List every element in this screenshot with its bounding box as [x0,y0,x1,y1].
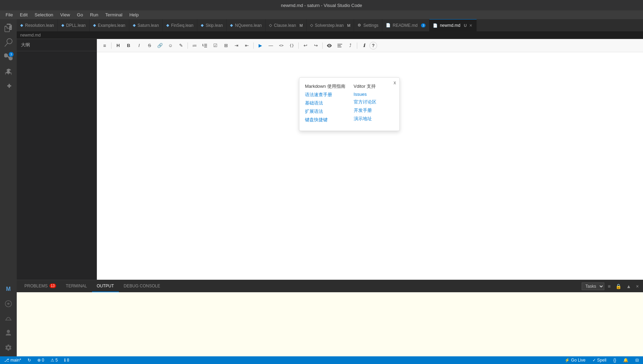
terminal-filter-btn[interactable]: ≡ [606,283,612,290]
menu-terminal[interactable]: Terminal [102,11,125,18]
svg-rect-7 [337,44,342,45]
terminal-close-btn[interactable]: × [635,283,640,290]
terminal-maximize-btn[interactable]: ▲ [625,283,633,290]
menu-go[interactable]: Go [74,11,86,18]
sep6 [357,42,357,49]
vditor-toolbar: ≡ H B I S 🔗 ☺ ✎ ≔ ☑ ⊞ ⇥ [97,39,643,52]
activity-lean[interactable]: M [2,283,14,295]
toolbar-strikethrough[interactable]: S [145,41,154,50]
help-link-forum[interactable]: 官方讨论区 [354,99,394,105]
sep2 [187,42,188,49]
tab-readme-md[interactable]: 📄 README.md 3 [382,19,429,31]
toolbar-export[interactable]: ⤴ [345,41,355,50]
status-info[interactable]: ℹ 8 [63,358,71,363]
tab-close-newmd[interactable]: × [469,23,473,28]
help-popup: x Markdown 使用指南 语法速查手册 基础语法 扩展语法 键盘快捷键 V… [299,77,400,131]
toolbar-inline-code[interactable]: <> [276,41,286,50]
toolbar-edit[interactable]: ✎ [176,41,186,50]
tab-dpll-lean[interactable]: ◆ DPLL.lean [58,19,90,31]
menu-view[interactable]: View [58,11,73,18]
tab-clause-lean[interactable]: ◇ Clause.lean M [266,19,307,31]
term-tab-terminal[interactable]: TERMINAL [61,280,92,292]
activity-account[interactable] [2,327,14,339]
svg-point-6 [329,45,330,46]
help-link-dev-manual[interactable]: 开发手册 [354,107,394,114]
help-link-shortcuts[interactable]: 键盘快捷键 [305,117,345,123]
activity-bar: 3 M [0,19,17,356]
toolbar-heading[interactable]: H [113,41,123,50]
sep4 [298,42,299,49]
status-warnings[interactable]: ⚠ 5 [49,358,59,363]
menu-file[interactable]: File [3,11,16,18]
tab-examples-lean[interactable]: ◆ Examples.lean [90,19,129,31]
help-link-basic-syntax[interactable]: 基础语法 [305,100,345,106]
toolbar-align[interactable]: ≡ [100,41,109,50]
term-tab-output[interactable]: OUTPUT [92,280,119,292]
activity-source-control[interactable]: 3 [2,51,14,63]
terminal-tabs: PROBLEMS 13 TERMINAL OUTPUT DEBUG CONSOL… [17,280,643,292]
toolbar-code-block[interactable]: {} [287,41,297,50]
tab-finseq-lean[interactable]: ◆ FinSeq.lean [163,19,197,31]
toolbar-bold[interactable]: B [124,41,133,50]
toolbar-ol[interactable] [200,41,210,50]
toolbar-ul[interactable]: ≔ [190,41,199,50]
tabs-bar: ◆ Resolution.lean ◆ DPLL.lean ◆ Examples… [17,19,643,31]
activity-extensions[interactable] [2,80,14,92]
toolbar-redo[interactable]: ↪ [311,41,321,50]
output-select[interactable]: Tasks [582,282,604,290]
tab-skip-lean[interactable]: ◆ Skip.lean [197,19,227,31]
sep5 [322,42,323,49]
status-go-live[interactable]: ⚡ Go Live [563,358,587,363]
status-branch[interactable]: ⎇ main* [3,358,23,363]
help-link-issues[interactable]: Issues [354,92,394,97]
help-col-header-vditor: Vditor 支持 [354,83,394,90]
help-popup-close[interactable]: x [393,80,396,85]
help-col-header-md: Markdown 使用指南 [305,83,345,90]
editor-main[interactable]: ≡ H B I S 🔗 ☺ ✎ ≔ ☑ ⊞ ⇥ [97,39,643,280]
toolbar-link[interactable]: 🔗 [155,41,165,50]
help-link-syntax-guide[interactable]: 语法速查手册 [305,92,345,98]
toolbar-emoji[interactable]: ☺ [166,41,175,50]
status-bell[interactable]: 🔔 [622,358,630,363]
toolbar-help[interactable]: ? [369,42,377,49]
svg-rect-8 [337,45,341,46]
menu-help[interactable]: Help [127,11,141,18]
toolbar-table[interactable]: ⊞ [221,41,231,50]
tab-settings[interactable]: ⚙ Settings [354,19,382,31]
activity-search[interactable] [2,37,14,48]
toolbar-preview[interactable] [324,41,334,50]
terminal-lock-btn[interactable]: 🔒 [614,283,623,290]
toolbar-task[interactable]: ☑ [210,41,220,50]
toolbar-run[interactable]: ▶ [255,41,265,50]
activity-settings[interactable] [2,342,14,354]
activity-debug[interactable] [2,66,14,78]
tab-newmd-md[interactable]: 📄 newmd.md U × [429,19,477,31]
status-lang[interactable]: {} [612,358,618,363]
toolbar-outdent[interactable]: ⇤ [242,41,252,50]
status-sync[interactable]: ↻ [26,358,32,363]
tab-saturn-lean[interactable]: ◆ Saturn.lean [129,19,163,31]
tab-solverstep-lean[interactable]: ◇ Solverstep.lean M [307,19,354,31]
toolbar-italic[interactable]: I [134,41,144,50]
help-link-extended-syntax[interactable]: 扩展语法 [305,108,345,115]
term-tab-problems[interactable]: PROBLEMS 13 [20,280,61,292]
status-spell[interactable]: ✓ Spell [591,358,608,363]
help-link-demo[interactable]: 演示地址 [354,116,394,122]
menu-run[interactable]: Run [87,11,101,18]
toolbar-hr[interactable]: — [266,41,276,50]
toolbar-indent[interactable]: ⇥ [231,41,241,50]
toolbar-undo[interactable]: ↩ [300,41,310,50]
menu-edit[interactable]: Edit [17,11,30,18]
toolbar-info[interactable]: ℹ [359,41,369,50]
tab-nqueens-lean[interactable]: ◆ NQueens.lean [227,19,266,31]
menu-selection[interactable]: Selection [32,11,56,18]
toolbar-outline-btn[interactable] [335,41,345,50]
activity-extra1[interactable] [2,298,14,310]
status-layout[interactable]: ⊟ [634,358,640,363]
tab-resolution-lean[interactable]: ◆ Resolution.lean [17,19,58,31]
term-tab-debug[interactable]: DEBUG CONSOLE [119,280,165,292]
activity-extra2[interactable] [2,312,14,324]
status-errors[interactable]: ⊗ 0 [36,358,46,363]
outline-panel: 大纲 [17,39,97,280]
activity-explorer[interactable] [2,22,14,34]
